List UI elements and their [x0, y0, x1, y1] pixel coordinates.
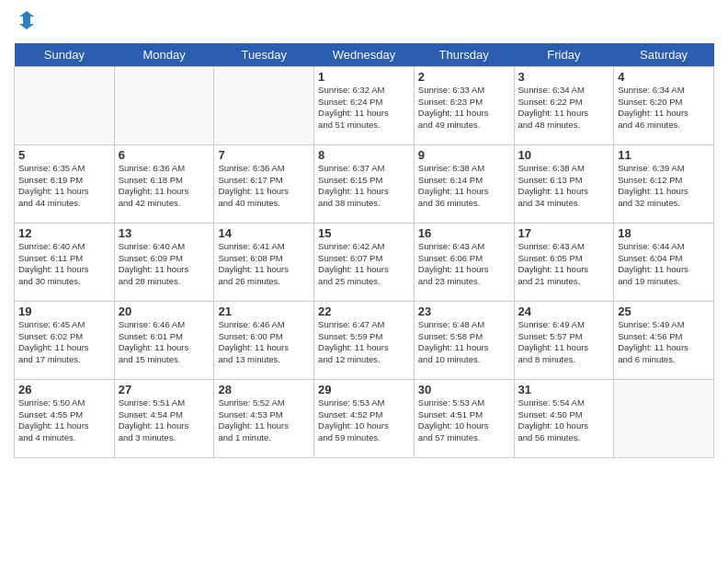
day-number: 10 — [518, 148, 610, 162]
calendar-cell — [114, 66, 214, 144]
weekday-header-saturday: Saturday — [614, 43, 714, 67]
day-number: 2 — [418, 70, 510, 84]
day-info: Sunrise: 6:34 AM Sunset: 6:20 PM Dayligh… — [618, 85, 710, 132]
calendar-cell: 11Sunrise: 6:39 AM Sunset: 6:12 PM Dayli… — [614, 144, 714, 223]
calendar-cell: 30Sunrise: 5:53 AM Sunset: 4:51 PM Dayli… — [414, 379, 514, 457]
day-info: Sunrise: 5:50 AM Sunset: 4:55 PM Dayligh… — [18, 397, 110, 444]
calendar-cell: 9Sunrise: 6:38 AM Sunset: 6:14 PM Daylig… — [414, 144, 514, 223]
calendar-cell: 25Sunrise: 5:49 AM Sunset: 4:56 PM Dayli… — [614, 301, 714, 379]
calendar-table: SundayMondayTuesdayWednesdayThursdayFrid… — [14, 43, 714, 458]
day-info: Sunrise: 6:40 AM Sunset: 6:11 PM Dayligh… — [18, 241, 110, 288]
calendar-cell: 24Sunrise: 6:49 AM Sunset: 5:57 PM Dayli… — [514, 301, 614, 379]
day-number: 17 — [518, 226, 610, 240]
day-number: 14 — [218, 226, 310, 240]
weekday-header-sunday: Sunday — [15, 43, 115, 67]
day-info: Sunrise: 6:39 AM Sunset: 6:12 PM Dayligh… — [618, 163, 710, 210]
day-info: Sunrise: 6:46 AM Sunset: 6:00 PM Dayligh… — [218, 319, 310, 366]
day-number: 9 — [418, 148, 510, 162]
day-info: Sunrise: 6:33 AM Sunset: 6:23 PM Dayligh… — [418, 85, 510, 132]
day-info: Sunrise: 5:51 AM Sunset: 4:54 PM Dayligh… — [119, 397, 210, 444]
day-number: 12 — [18, 226, 110, 240]
day-number: 23 — [418, 304, 510, 318]
day-info: Sunrise: 5:53 AM Sunset: 4:51 PM Dayligh… — [418, 397, 510, 444]
day-number: 24 — [518, 304, 610, 318]
calendar-cell: 7Sunrise: 6:36 AM Sunset: 6:17 PM Daylig… — [214, 144, 314, 223]
day-number: 4 — [618, 70, 710, 84]
day-number: 15 — [318, 226, 410, 240]
weekday-header-monday: Monday — [114, 43, 214, 67]
calendar-cell — [214, 66, 314, 144]
day-number: 18 — [618, 226, 710, 240]
day-number: 8 — [318, 148, 410, 162]
page-header — [14, 9, 714, 36]
day-info: Sunrise: 6:49 AM Sunset: 5:57 PM Dayligh… — [518, 319, 610, 366]
calendar-cell: 8Sunrise: 6:37 AM Sunset: 6:15 PM Daylig… — [314, 144, 415, 223]
day-number: 13 — [119, 226, 210, 240]
calendar-cell: 19Sunrise: 6:45 AM Sunset: 6:02 PM Dayli… — [15, 301, 115, 379]
day-number: 29 — [318, 383, 410, 396]
day-info: Sunrise: 6:48 AM Sunset: 5:58 PM Dayligh… — [418, 319, 510, 366]
day-number: 21 — [218, 304, 310, 318]
day-info: Sunrise: 6:43 AM Sunset: 6:05 PM Dayligh… — [518, 241, 610, 288]
day-info: Sunrise: 6:38 AM Sunset: 6:14 PM Dayligh… — [418, 163, 510, 210]
calendar-cell: 14Sunrise: 6:41 AM Sunset: 6:08 PM Dayli… — [214, 223, 314, 301]
calendar-cell: 16Sunrise: 6:43 AM Sunset: 6:06 PM Dayli… — [414, 223, 514, 301]
day-number: 19 — [18, 304, 110, 318]
day-info: Sunrise: 6:32 AM Sunset: 6:24 PM Dayligh… — [318, 85, 410, 132]
day-number: 1 — [318, 70, 410, 84]
calendar-cell: 15Sunrise: 6:42 AM Sunset: 6:07 PM Dayli… — [314, 223, 415, 301]
day-number: 31 — [518, 383, 610, 396]
calendar-cell: 26Sunrise: 5:50 AM Sunset: 4:55 PM Dayli… — [15, 379, 115, 457]
calendar-week-3: 12Sunrise: 6:40 AM Sunset: 6:11 PM Dayli… — [15, 223, 714, 301]
day-info: Sunrise: 5:53 AM Sunset: 4:52 PM Dayligh… — [318, 397, 410, 444]
day-info: Sunrise: 6:37 AM Sunset: 6:15 PM Dayligh… — [318, 163, 410, 210]
calendar-cell: 21Sunrise: 6:46 AM Sunset: 6:00 PM Dayli… — [214, 301, 314, 379]
calendar-cell: 17Sunrise: 6:43 AM Sunset: 6:05 PM Dayli… — [514, 223, 614, 301]
calendar-week-1: 1Sunrise: 6:32 AM Sunset: 6:24 PM Daylig… — [15, 66, 714, 144]
day-number: 25 — [618, 304, 710, 318]
weekday-header-friday: Friday — [514, 43, 614, 67]
calendar-cell — [15, 66, 115, 144]
day-info: Sunrise: 5:52 AM Sunset: 4:53 PM Dayligh… — [218, 397, 310, 444]
day-info: Sunrise: 6:46 AM Sunset: 6:01 PM Dayligh… — [119, 319, 210, 366]
calendar-cell: 29Sunrise: 5:53 AM Sunset: 4:52 PM Dayli… — [314, 379, 415, 457]
day-number: 28 — [218, 383, 310, 396]
calendar-cell: 18Sunrise: 6:44 AM Sunset: 6:04 PM Dayli… — [614, 223, 714, 301]
day-number: 30 — [418, 383, 510, 396]
day-info: Sunrise: 6:36 AM Sunset: 6:17 PM Dayligh… — [218, 163, 310, 210]
page-container: SundayMondayTuesdayWednesdayThursdayFrid… — [0, 0, 728, 467]
calendar-cell: 12Sunrise: 6:40 AM Sunset: 6:11 PM Dayli… — [15, 223, 115, 301]
day-info: Sunrise: 6:45 AM Sunset: 6:02 PM Dayligh… — [18, 319, 110, 366]
calendar-cell: 4Sunrise: 6:34 AM Sunset: 6:20 PM Daylig… — [614, 66, 714, 144]
calendar-cell: 1Sunrise: 6:32 AM Sunset: 6:24 PM Daylig… — [314, 66, 415, 144]
calendar-cell: 13Sunrise: 6:40 AM Sunset: 6:09 PM Dayli… — [114, 223, 214, 301]
day-number: 16 — [418, 226, 510, 240]
calendar-cell: 2Sunrise: 6:33 AM Sunset: 6:23 PM Daylig… — [414, 66, 514, 144]
day-number: 6 — [119, 148, 210, 162]
day-info: Sunrise: 6:35 AM Sunset: 6:19 PM Dayligh… — [18, 163, 110, 210]
calendar-cell — [614, 379, 714, 457]
calendar-cell: 27Sunrise: 5:51 AM Sunset: 4:54 PM Dayli… — [114, 379, 214, 457]
calendar-cell: 20Sunrise: 6:46 AM Sunset: 6:01 PM Dayli… — [114, 301, 214, 379]
calendar-week-4: 19Sunrise: 6:45 AM Sunset: 6:02 PM Dayli… — [15, 301, 714, 379]
day-info: Sunrise: 6:42 AM Sunset: 6:07 PM Dayligh… — [318, 241, 410, 288]
calendar-cell: 5Sunrise: 6:35 AM Sunset: 6:19 PM Daylig… — [15, 144, 115, 223]
day-info: Sunrise: 6:36 AM Sunset: 6:18 PM Dayligh… — [119, 163, 210, 210]
calendar-cell: 22Sunrise: 6:47 AM Sunset: 5:59 PM Dayli… — [314, 301, 415, 379]
weekday-header-tuesday: Tuesday — [214, 43, 314, 67]
calendar-cell: 28Sunrise: 5:52 AM Sunset: 4:53 PM Dayli… — [214, 379, 314, 457]
day-info: Sunrise: 6:44 AM Sunset: 6:04 PM Dayligh… — [618, 241, 710, 288]
calendar-week-2: 5Sunrise: 6:35 AM Sunset: 6:19 PM Daylig… — [15, 144, 714, 223]
day-number: 11 — [618, 148, 710, 162]
logo-icon — [16, 9, 38, 31]
day-info: Sunrise: 6:47 AM Sunset: 5:59 PM Dayligh… — [318, 319, 410, 366]
day-info: Sunrise: 6:41 AM Sunset: 6:08 PM Dayligh… — [218, 241, 310, 288]
calendar-cell: 3Sunrise: 6:34 AM Sunset: 6:22 PM Daylig… — [514, 66, 614, 144]
calendar-cell: 23Sunrise: 6:48 AM Sunset: 5:58 PM Dayli… — [414, 301, 514, 379]
day-number: 7 — [218, 148, 310, 162]
weekday-header-row: SundayMondayTuesdayWednesdayThursdayFrid… — [15, 43, 714, 67]
day-number: 26 — [18, 383, 110, 396]
day-info: Sunrise: 6:34 AM Sunset: 6:22 PM Dayligh… — [518, 85, 610, 132]
day-info: Sunrise: 6:40 AM Sunset: 6:09 PM Dayligh… — [119, 241, 210, 288]
day-info: Sunrise: 5:54 AM Sunset: 4:50 PM Dayligh… — [518, 397, 610, 444]
